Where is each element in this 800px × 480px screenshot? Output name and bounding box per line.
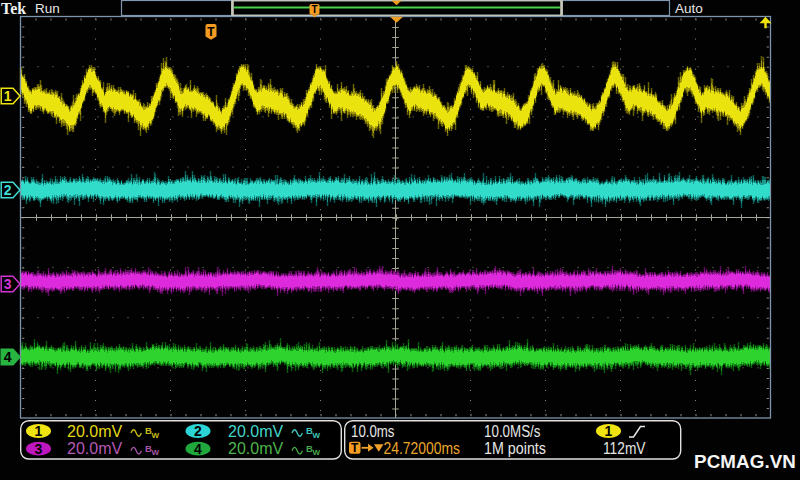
svg-text:10.0ms: 10.0ms <box>351 423 395 440</box>
svg-text:W: W <box>152 448 160 457</box>
svg-text:1M points: 1M points <box>484 440 546 457</box>
svg-text:T: T <box>351 441 359 455</box>
svg-text:1: 1 <box>35 423 43 439</box>
svg-text:W: W <box>313 448 321 457</box>
svg-text:10.0MS/s: 10.0MS/s <box>484 423 541 440</box>
svg-text:W: W <box>313 431 321 440</box>
svg-text:T: T <box>207 25 215 39</box>
svg-text:2: 2 <box>194 423 202 439</box>
svg-text:20.0mV: 20.0mV <box>67 440 122 457</box>
svg-text:20.0mV: 20.0mV <box>67 423 122 440</box>
svg-text:Run: Run <box>35 1 60 16</box>
svg-text:24.72000ms: 24.72000ms <box>384 440 461 457</box>
svg-text:20.0mV: 20.0mV <box>228 423 283 440</box>
svg-text:3: 3 <box>4 276 12 292</box>
svg-text:4: 4 <box>194 441 202 457</box>
svg-text:2: 2 <box>4 182 12 198</box>
svg-text:1: 1 <box>4 88 12 104</box>
svg-text:PCMAG.VN: PCMAG.VN <box>694 451 796 472</box>
svg-text:112mV: 112mV <box>603 440 646 457</box>
svg-text:Auto: Auto <box>675 1 703 16</box>
svg-text:W: W <box>152 431 160 440</box>
svg-text:Tek: Tek <box>1 0 26 17</box>
svg-text:1: 1 <box>605 423 613 439</box>
svg-text:4: 4 <box>4 349 12 365</box>
svg-text:3: 3 <box>35 441 43 457</box>
svg-text:20.0mV: 20.0mV <box>228 440 283 457</box>
svg-text:T: T <box>311 4 317 15</box>
